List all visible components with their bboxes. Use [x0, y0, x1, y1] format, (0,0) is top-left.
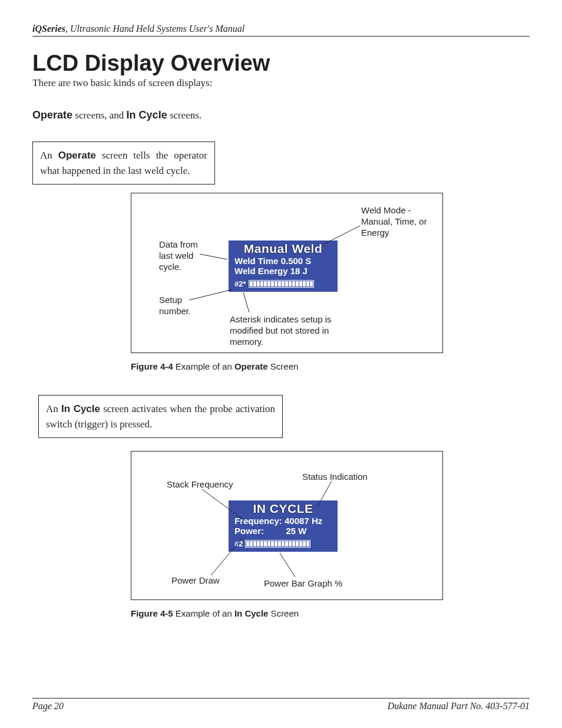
intro-text: There are two basic kinds of screen disp… — [32, 77, 530, 89]
ann-power-bar: Power Bar Graph % — [264, 578, 342, 589]
incycle-lcd: IN CYCLE Frequency: 40087 Hz Power: 25 W… — [229, 500, 338, 552]
lcd2-bar-row: #2 — [229, 536, 338, 548]
cap1-b2: Operate — [234, 361, 268, 371]
footer-page: Page 20 — [32, 701, 64, 711]
figure-4-4-frame: Manual Weld Weld Time 0.500 S Weld Energ… — [131, 193, 443, 353]
ann-status: Status Indication — [302, 472, 368, 483]
subhead-operate: Operate — [32, 109, 72, 121]
page-footer: Page 20 Dukane Manual Part No. 403-577-0… — [32, 698, 530, 711]
svg-line-3 — [243, 292, 249, 312]
subhead-end: screens. — [167, 110, 202, 121]
subhead-mid: screens, and — [72, 110, 127, 121]
subhead: Operate screens, and In Cycle screens. — [32, 109, 530, 121]
cap1-b1: Figure 4-4 — [131, 361, 173, 371]
header-iq: iQ — [32, 24, 42, 34]
svg-line-7 — [280, 553, 295, 577]
lcd2-line1: Frequency: 40087 Hz — [229, 516, 338, 526]
ann-setup: Setup number. — [159, 295, 206, 317]
ann-data: Data from last weld cycle. — [159, 239, 212, 272]
footer-part: Dukane Manual Part No. 403-577-01 — [388, 701, 530, 711]
lcd-line1: Weld Time 0.500 S — [229, 256, 338, 266]
lcd-line2: Weld Energy 18 J — [229, 266, 338, 276]
figure-4-5-caption: Figure 4-5 Example of an In Cycle Screen — [131, 608, 530, 618]
incycle-note-box: An In Cycle screen activates when the pr… — [38, 395, 283, 438]
running-header: iQ Series , Ultrasonic Hand Held Systems… — [32, 24, 530, 37]
ann-stack-freq: Stack Frequency — [167, 479, 233, 490]
lcd-title: Manual Weld — [229, 242, 338, 256]
ann-power-draw: Power Draw — [171, 575, 220, 587]
bar-graph-icon — [245, 540, 310, 548]
cap2-mid: Example of an — [173, 608, 234, 618]
lcd-setup: #2* — [234, 279, 246, 288]
header-rest: , Ultrasonic Hand Held Systems User's Ma… — [65, 24, 244, 34]
ann-asterisk: Asterisk indicates setup is modified but… — [230, 314, 348, 347]
figure-4-5-frame: IN CYCLE Frequency: 40087 Hz Power: 25 W… — [131, 451, 443, 600]
note1-bold: Operate — [58, 150, 96, 161]
lcd2-line2: Power: 25 W — [229, 526, 338, 536]
cap2-end: Screen — [268, 608, 299, 618]
cap1-end: Screen — [268, 361, 299, 371]
bar-graph-icon — [249, 280, 314, 288]
subhead-incycle: In Cycle — [127, 109, 167, 121]
page-title: LCD Display Overview — [32, 51, 530, 76]
lcd-bar-row: #2* — [229, 276, 338, 288]
note1-pre: An — [40, 150, 58, 161]
note2-bold: In Cycle — [61, 403, 100, 414]
figure-4-4-caption: Figure 4-4 Example of an Operate Screen — [131, 361, 530, 371]
ann-weld-mode: Weld Mode - Manual, Time, or Energy — [361, 205, 438, 238]
lcd2-title: IN CYCLE — [229, 502, 338, 516]
operate-note-box: An Operate screen tells the operator wha… — [32, 141, 215, 185]
operate-lcd: Manual Weld Weld Time 0.500 S Weld Energ… — [229, 241, 338, 292]
cap1-mid: Example of an — [173, 361, 234, 371]
cap2-b1: Figure 4-5 — [131, 608, 173, 618]
cap2-b2: In Cycle — [234, 608, 269, 618]
header-series: Series — [42, 24, 65, 34]
note2-pre: An — [46, 403, 61, 414]
lcd2-setup: #2 — [234, 539, 243, 548]
